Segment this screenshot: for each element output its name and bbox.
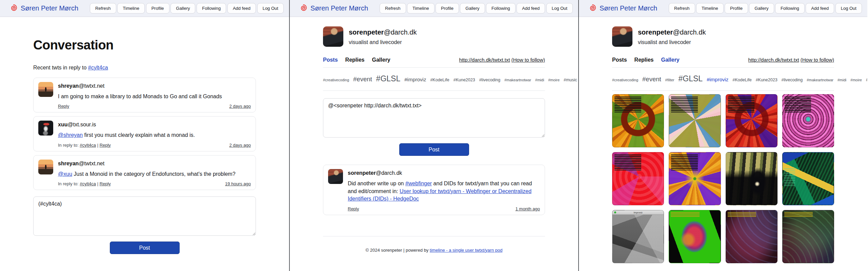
nav-profile-button[interactable]: Profile: [725, 3, 748, 14]
profile-nick: sorenpeter: [349, 28, 384, 36]
hashtag-link[interactable]: #midi: [837, 78, 846, 82]
hashtag-link[interactable]: #makeartnotwar: [807, 78, 833, 82]
hashtag-link[interactable]: #creativecoding: [323, 78, 349, 82]
brand[interactable]: Søren Peter Mørch: [9, 4, 78, 13]
hashtag-link[interactable]: #livecoding: [782, 78, 803, 82]
nav-logout-button[interactable]: Log Out: [835, 3, 862, 14]
gallery-image[interactable]: [612, 152, 664, 205]
nav-gallery-button[interactable]: Gallery: [170, 3, 195, 14]
nav-gallery-button[interactable]: Gallery: [460, 3, 485, 14]
hashtag-link[interactable]: #music: [866, 78, 867, 82]
hashtag-link[interactable]: #moire: [850, 78, 862, 82]
mention-link[interactable]: @xuu: [58, 171, 72, 177]
nav-refresh-button[interactable]: Refresh: [380, 3, 406, 14]
tab-replies[interactable]: Replies: [634, 57, 654, 63]
hashtag-link[interactable]: #midi: [535, 78, 544, 82]
timestamp-link[interactable]: 19 hours ago: [225, 181, 251, 186]
reply-link[interactable]: Reply: [58, 104, 69, 109]
hashtag-link[interactable]: #webfinger: [405, 181, 432, 186]
hashtag-link[interactable]: #Kune2023: [756, 78, 778, 82]
how-to-follow-link[interactable]: (How to follow): [801, 57, 834, 63]
nav-timeline-button[interactable]: Timeline: [696, 3, 724, 14]
reply-link[interactable]: Reply: [348, 206, 359, 211]
gallery-image[interactable]: [669, 152, 721, 205]
username[interactable]: shreyan@twtxt.net: [58, 83, 251, 89]
hashtag-link[interactable]: #GLSL: [376, 74, 401, 83]
hashtag-link[interactable]: #makeartnotwar: [504, 78, 531, 82]
spiral-logo-icon: [588, 4, 597, 13]
tab-posts[interactable]: Posts: [612, 57, 627, 63]
hashtag-link[interactable]: #moire: [548, 78, 560, 82]
hashtag-link[interactable]: #GLSL: [679, 74, 703, 83]
post-button[interactable]: Post: [399, 143, 469, 156]
reply-link[interactable]: Reply: [100, 143, 111, 148]
brand[interactable]: Søren Peter Mørch: [588, 4, 657, 13]
feed-url-link[interactable]: http://darch.dk/twtxt.txt: [459, 57, 510, 63]
hashtag-link[interactable]: #filter: [665, 78, 674, 82]
in-reply-hash-link[interactable]: #cylt4ca: [80, 181, 96, 186]
profile-avatar: [323, 26, 343, 47]
gallery-image[interactable]: [669, 210, 721, 263]
gallery-image[interactable]: [726, 210, 778, 263]
hashtag-link[interactable]: #KodeLife: [430, 78, 449, 82]
tab-posts[interactable]: Posts: [323, 57, 338, 63]
profile-bio: visualist and livecoder: [349, 39, 417, 45]
nav-gallery-button[interactable]: Gallery: [749, 3, 774, 14]
gallery-image[interactable]: [782, 152, 834, 205]
app-header: Søren Peter Mørch Refresh Timeline Profi…: [579, 0, 867, 17]
powered-by-link[interactable]: timeline - a single user twtxt/yarn pod: [430, 248, 503, 253]
post-button[interactable]: Post: [110, 242, 180, 254]
nav-refresh-button[interactable]: Refresh: [90, 3, 116, 14]
nav-refresh-button[interactable]: Refresh: [669, 3, 695, 14]
tab-replies[interactable]: Replies: [345, 57, 365, 63]
tab-gallery[interactable]: Gallery: [661, 57, 680, 63]
nav-following-button[interactable]: Following: [775, 3, 805, 14]
nav-following-button[interactable]: Following: [486, 3, 516, 14]
nav-logout-button[interactable]: Log Out: [257, 3, 284, 14]
nav-add-feed-button[interactable]: Add feed: [517, 3, 545, 14]
gallery-image[interactable]: [782, 210, 834, 263]
hashtag-link[interactable]: #KodeLife: [732, 78, 751, 82]
nav-profile-button[interactable]: Profile: [436, 3, 459, 14]
gallery-image[interactable]: [726, 94, 778, 147]
header-nav: Refresh Timeline Profile Gallery Followi…: [380, 3, 573, 14]
code-overlay: [728, 212, 756, 217]
feed-url-link[interactable]: http://darch.dk/twtxt.txt: [748, 57, 799, 63]
timestamp-link[interactable]: 1 month ago: [516, 206, 540, 211]
hashtag-link[interactable]: #event: [353, 76, 372, 83]
hashtag-link[interactable]: #improviz: [404, 77, 426, 82]
timestamp-link[interactable]: 2 days ago: [229, 143, 251, 148]
gallery-image[interactable]: [669, 94, 721, 147]
gallery-image[interactable]: [612, 94, 664, 147]
brand[interactable]: Søren Peter Mørch: [299, 4, 368, 13]
reply-link[interactable]: Reply: [100, 181, 111, 186]
gallery-image[interactable]: Improviz: [612, 210, 664, 263]
nav-add-feed-button[interactable]: Add feed: [227, 3, 256, 14]
user-nick: shreyan: [58, 83, 79, 89]
username[interactable]: sorenpeter@darch.dk: [348, 170, 540, 176]
nav-logout-button[interactable]: Log Out: [546, 3, 573, 14]
username[interactable]: xuu@txt.sour.is: [58, 122, 251, 128]
nav-profile-button[interactable]: Profile: [146, 3, 169, 14]
twt-composer-textarea[interactable]: @<sorenpeter http://darch.dk/twtxt.txt>: [323, 98, 545, 138]
how-to-follow-link[interactable]: (How to follow): [511, 57, 545, 63]
nav-following-button[interactable]: Following: [197, 3, 226, 14]
tab-gallery[interactable]: Gallery: [372, 57, 390, 63]
mention-link[interactable]: @shreyan: [58, 132, 83, 138]
nav-timeline-button[interactable]: Timeline: [117, 3, 145, 14]
gallery-image[interactable]: [726, 152, 778, 205]
username[interactable]: shreyan@twtxt.net: [58, 161, 251, 167]
gallery-image[interactable]: [782, 94, 834, 147]
hashtag-link[interactable]: #improviz: [707, 77, 728, 82]
hashtag-link[interactable]: #event: [642, 76, 661, 83]
timestamp-link[interactable]: 2 days ago: [229, 104, 251, 109]
nav-add-feed-button[interactable]: Add feed: [806, 3, 834, 14]
hashtag-link[interactable]: #music: [564, 78, 577, 82]
in-reply-hash-link[interactable]: #cylt4ca: [80, 143, 96, 148]
twt-composer-textarea[interactable]: (#cylt4ca): [33, 196, 256, 236]
nav-timeline-button[interactable]: Timeline: [407, 3, 435, 14]
hashtag-link[interactable]: #livecoding: [479, 78, 501, 82]
conversation-hash-link[interactable]: #cylt4ca: [88, 65, 108, 70]
hashtag-link[interactable]: #creativecoding: [612, 78, 638, 82]
hashtag-link[interactable]: #Kune2023: [453, 78, 475, 82]
